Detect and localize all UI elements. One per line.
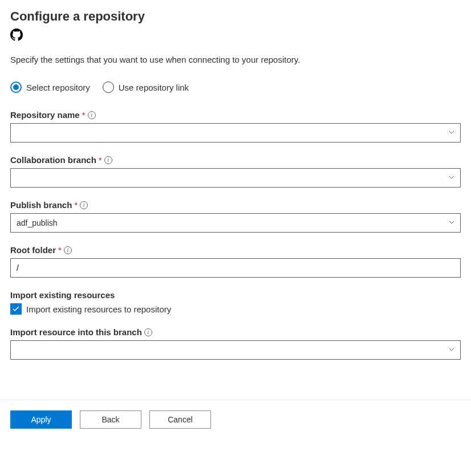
back-button[interactable]: Back xyxy=(80,410,141,429)
github-icon xyxy=(10,29,461,43)
publish-branch-select[interactable]: adf_publish xyxy=(10,213,461,233)
field-label: Publish branch xyxy=(10,200,72,210)
required-asterisk: * xyxy=(82,110,86,120)
import-branch-field: Import resource into this branch i xyxy=(10,327,461,360)
required-asterisk: * xyxy=(58,245,62,255)
field-label: Import resource into this branch xyxy=(10,327,142,337)
select-repository-radio[interactable]: Select repository xyxy=(10,82,90,93)
field-label: Repository name xyxy=(10,110,80,120)
footer-divider xyxy=(0,400,471,400)
info-icon[interactable]: i xyxy=(104,156,112,164)
repository-name-select[interactable] xyxy=(10,123,461,143)
root-folder-field: Root folder * i xyxy=(10,245,461,278)
radio-label: Select repository xyxy=(26,83,90,92)
repository-name-field: Repository name * i xyxy=(10,110,461,143)
select-value: adf_publish xyxy=(17,218,58,227)
use-repository-link-radio[interactable]: Use repository link xyxy=(103,82,189,93)
description-text: Specify the settings that you want to us… xyxy=(10,55,461,64)
field-label: Root folder xyxy=(10,245,56,255)
radio-icon xyxy=(103,82,114,93)
radio-icon xyxy=(10,82,22,93)
repo-mode-radio-group: Select repository Use repository link xyxy=(10,82,461,93)
field-label: Import existing resources xyxy=(10,290,115,300)
info-icon[interactable]: i xyxy=(144,328,152,336)
import-existing-checkbox[interactable] xyxy=(10,303,22,315)
page-title: Configure a repository xyxy=(10,9,461,24)
info-icon[interactable]: i xyxy=(88,111,96,119)
info-icon[interactable]: i xyxy=(64,246,72,254)
required-asterisk: * xyxy=(74,200,78,210)
collaboration-branch-field: Collaboration branch * i xyxy=(10,155,461,188)
collaboration-branch-select[interactable] xyxy=(10,168,461,188)
apply-button[interactable]: Apply xyxy=(10,410,72,429)
publish-branch-field: Publish branch * i adf_publish xyxy=(10,200,461,233)
root-folder-input[interactable] xyxy=(10,258,461,278)
import-branch-select[interactable] xyxy=(10,340,461,360)
button-row: Apply Back Cancel xyxy=(10,410,461,429)
cancel-button[interactable]: Cancel xyxy=(149,410,211,429)
field-label: Collaboration branch xyxy=(10,155,96,165)
required-asterisk: * xyxy=(99,155,102,165)
radio-label: Use repository link xyxy=(119,83,189,92)
import-existing-field: Import existing resources Import existin… xyxy=(10,290,461,315)
info-icon[interactable]: i xyxy=(80,201,88,209)
checkbox-label: Import existing resources to repository xyxy=(26,304,171,314)
